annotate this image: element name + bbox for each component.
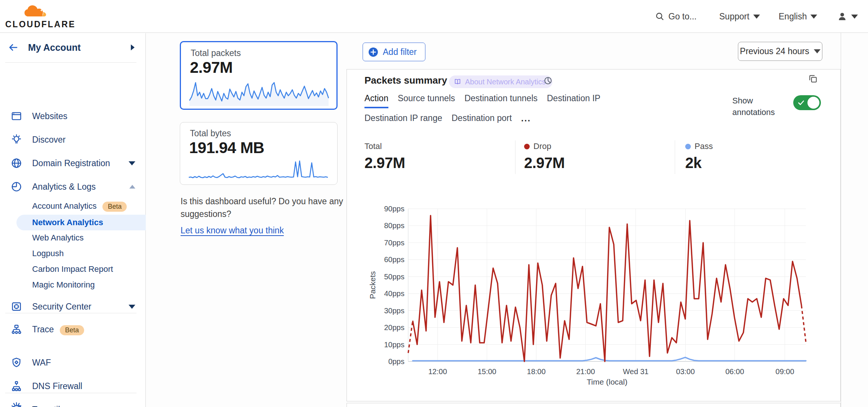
drop-series-dot <box>524 144 530 149</box>
stat-value: 2.97M <box>364 155 405 171</box>
account-menu[interactable] <box>837 0 858 33</box>
chevron-right-icon <box>131 44 135 50</box>
svg-text:50pps: 50pps <box>384 273 405 281</box>
sidebar-item-carbon-impact-report[interactable]: Carbon Impact Report <box>0 262 146 277</box>
about-network-analytics-badge[interactable]: About Network Analytics <box>449 75 552 88</box>
svg-text:18:00: 18:00 <box>527 367 546 376</box>
sidebar-item-label: WAF <box>32 358 51 368</box>
svg-text:80pps: 80pps <box>384 221 405 230</box>
sidebar-divider <box>5 62 136 63</box>
tab-destination-port[interactable]: Destination port <box>452 113 512 128</box>
expand-copy-icon[interactable] <box>808 74 818 84</box>
show-annotations-label: Show annotations <box>732 95 792 118</box>
tab-destination-tunnels[interactable]: Destination tunnels <box>464 93 538 108</box>
card-value: 2.97M <box>190 59 233 77</box>
svg-text:90pps: 90pps <box>384 205 405 213</box>
svg-text:Wed 31: Wed 31 <box>623 367 649 376</box>
add-filter-button[interactable]: Add filter <box>363 43 425 61</box>
svg-text:70pps: 70pps <box>384 239 405 247</box>
cloudflare-logo[interactable]: CLOUDFLARE <box>5 1 67 31</box>
plus-circle-icon <box>368 47 378 57</box>
sidebar-item-web-analytics[interactable]: Web Analytics <box>0 230 146 245</box>
stat-divider <box>675 140 675 174</box>
stat-label: Drop <box>533 142 551 151</box>
chevron-down-icon <box>129 161 135 165</box>
svg-text:06:00: 06:00 <box>726 367 744 376</box>
sidebar-item-websites[interactable]: Websites <box>0 108 146 124</box>
packets-summary-panel: Packets summary About Network Analytics … <box>347 69 841 401</box>
packets-time-series-chart[interactable]: 0pps10pps20pps30pps40pps50pps60pps70pps8… <box>352 202 838 389</box>
globe-icon <box>10 157 22 169</box>
svg-text:09:00: 09:00 <box>776 367 794 376</box>
about-badge-label: About Network Analytics <box>465 78 546 86</box>
sidebar-item-network-analytics-active[interactable]: Network Analytics <box>16 215 146 230</box>
pie-chart-icon[interactable] <box>543 76 553 86</box>
svg-text:10pps: 10pps <box>384 341 405 349</box>
stat-label: Total <box>364 142 382 151</box>
burst-icon <box>10 401 22 407</box>
content-right-border <box>841 33 841 407</box>
goto-label: Go to... <box>668 12 696 22</box>
show-annotations-toggle[interactable] <box>793 95 821 110</box>
safe-box-icon <box>10 301 22 313</box>
cloudflare-cloud-icon <box>23 3 49 19</box>
sidebar-item-security-center[interactable]: Security Center <box>0 298 146 315</box>
sidebar-item-discover[interactable]: Discover <box>0 131 146 148</box>
sidebar-item-label: Discover <box>32 135 65 145</box>
svg-text:03:00: 03:00 <box>676 367 695 376</box>
trace-flow-icon <box>10 324 22 336</box>
sidebar-item-dns-firewall[interactable]: DNS Firewall <box>0 378 146 394</box>
dimension-tabs: Action Source tunnels Destination tunnel… <box>364 93 686 128</box>
add-filter-label: Add filter <box>383 47 417 57</box>
svg-text:30pps: 30pps <box>384 307 405 315</box>
sidebar-item-label: Analytics & Logs <box>32 182 96 192</box>
time-range-dropdown[interactable]: Previous 24 hours <box>738 42 822 61</box>
sidebar-item-label: Account AnalyticsBeta <box>32 201 127 212</box>
sidebar-item-label: DNS Firewall <box>32 381 82 391</box>
sidebar-item-trace[interactable]: TraceBeta <box>0 321 146 338</box>
stat-total: Total 2.97M <box>364 142 405 171</box>
check-icon <box>797 99 805 106</box>
goto-search[interactable]: Go to... <box>655 0 696 33</box>
tabs-overflow-button[interactable]: ... <box>521 113 531 128</box>
sidebar-item-label: TraceBeta <box>32 324 84 335</box>
language-menu[interactable]: English <box>779 0 817 33</box>
sidebar-item-waf[interactable]: WAF <box>0 354 146 371</box>
packets-sparkline <box>189 80 329 106</box>
bytes-sparkline <box>188 160 328 181</box>
account-name: My Account <box>28 42 81 53</box>
support-menu[interactable]: Support <box>719 0 760 33</box>
user-icon <box>837 11 847 22</box>
hierarchy-nodes-icon <box>10 380 22 392</box>
total-bytes-card[interactable]: Total bytes 191.94 MB <box>180 122 338 185</box>
sidebar-back-my-account[interactable]: My Account <box>0 38 146 57</box>
sidebar-item-logpush[interactable]: Logpush <box>0 246 146 261</box>
svg-text:21:00: 21:00 <box>576 367 595 376</box>
tab-destination-ip[interactable]: Destination IP <box>547 93 600 108</box>
tab-destination-ip-range[interactable]: Destination IP range <box>364 113 442 128</box>
svg-text:12:00: 12:00 <box>428 367 447 376</box>
tab-source-tunnels[interactable]: Source tunnels <box>398 93 455 108</box>
beta-badge: Beta <box>60 325 84 335</box>
sidebar-item-account-analytics[interactable]: Account AnalyticsBeta <box>0 199 146 214</box>
chevron-down-icon <box>129 305 135 309</box>
total-packets-card[interactable]: Total packets 2.97M <box>180 41 338 110</box>
sidebar-divider <box>5 313 136 313</box>
panel-title: Packets summary <box>364 75 447 86</box>
svg-text:Packets: Packets <box>368 271 377 299</box>
browser-window-icon <box>10 110 22 122</box>
stat-value: 2k <box>685 155 713 171</box>
stat-label: Pass <box>695 142 713 151</box>
sidebar-item-label: Magic Monitoring <box>32 280 95 290</box>
tab-action[interactable]: Action <box>364 93 388 108</box>
chevron-down-icon <box>753 15 760 19</box>
pie-chart-icon <box>10 181 22 193</box>
feedback-link[interactable]: Let us know what you think <box>181 224 284 237</box>
cloudflare-wordmark: CLOUDFLARE <box>5 19 67 29</box>
sidebar-item-analytics-logs[interactable]: Analytics & Logs <box>0 178 146 195</box>
card-value: 191.94 MB <box>189 139 264 157</box>
sidebar-item-domain-registration[interactable]: Domain Registration <box>0 155 146 171</box>
lightbulb-icon <box>10 134 22 146</box>
sidebar-item-magic-monitoring[interactable]: Magic Monitoring <box>0 277 146 292</box>
svg-text:15:00: 15:00 <box>478 367 496 376</box>
